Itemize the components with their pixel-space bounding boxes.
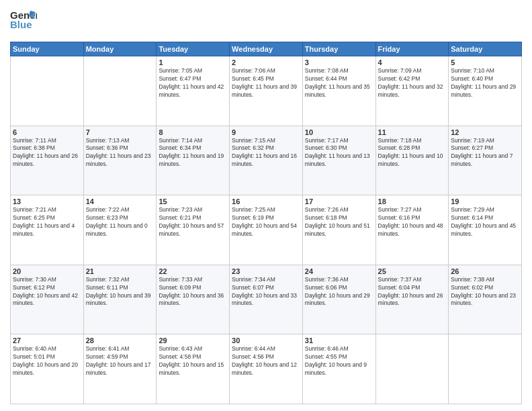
day-number: 10 (305, 128, 373, 136)
sunset-text: Sunset: 4:56 PM (232, 353, 274, 360)
sunset-text: Sunset: 6:32 PM (232, 144, 274, 151)
sunset-text: Sunset: 6:36 PM (86, 144, 128, 151)
sunrise-text: Sunrise: 7:32 AM (86, 276, 130, 283)
calendar-cell: 15 Sunrise: 7:23 AM Sunset: 6:21 PM Dayl… (157, 195, 230, 265)
sunrise-text: Sunrise: 7:22 AM (86, 206, 130, 213)
day-info: Sunrise: 6:41 AM Sunset: 4:59 PM Dayligh… (86, 345, 154, 377)
daylight-text: Daylight: 10 hours and 42 minutes. (13, 292, 78, 307)
daylight-text: Daylight: 11 hours and 19 minutes. (159, 152, 224, 167)
daylight-text: Daylight: 10 hours and 33 minutes. (232, 292, 297, 307)
day-info: Sunrise: 7:27 AM Sunset: 6:16 PM Dayligh… (378, 206, 447, 238)
day-info: Sunrise: 7:15 AM Sunset: 6:32 PM Dayligh… (232, 137, 300, 169)
calendar-cell: 17 Sunrise: 7:26 AM Sunset: 6:18 PM Dayl… (302, 195, 375, 265)
day-info: Sunrise: 7:14 AM Sunset: 6:34 PM Dayligh… (159, 137, 227, 169)
calendar-cell: 4 Sunrise: 7:09 AM Sunset: 6:42 PM Dayli… (375, 56, 449, 126)
calendar-cell: 7 Sunrise: 7:13 AM Sunset: 6:36 PM Dayli… (83, 126, 157, 195)
daylight-text: Daylight: 11 hours and 10 minutes. (378, 152, 443, 167)
sunset-text: Sunset: 6:45 PM (232, 75, 274, 82)
logo-icon: General Blue (10, 7, 37, 34)
sunrise-text: Sunrise: 7:05 AM (159, 67, 202, 74)
calendar-cell: 18 Sunrise: 7:27 AM Sunset: 6:16 PM Dayl… (375, 195, 449, 265)
day-number: 8 (159, 128, 227, 136)
calendar-cell: 31 Sunrise: 6:46 AM Sunset: 4:55 PM Dayl… (302, 334, 375, 404)
sunrise-text: Sunrise: 7:38 AM (451, 276, 494, 283)
calendar-cell: 20 Sunrise: 7:30 AM Sunset: 6:12 PM Dayl… (11, 265, 84, 334)
daylight-text: Daylight: 11 hours and 23 minutes. (86, 152, 151, 167)
day-number: 25 (378, 267, 447, 275)
sunset-text: Sunset: 6:06 PM (305, 284, 347, 291)
day-number: 26 (451, 267, 519, 275)
sunset-text: Sunset: 6:44 PM (305, 75, 347, 82)
sunset-text: Sunset: 6:21 PM (159, 214, 201, 221)
day-number: 11 (378, 128, 447, 136)
calendar-cell (11, 56, 84, 126)
sunset-text: Sunset: 5:01 PM (13, 353, 55, 360)
daylight-text: Daylight: 10 hours and 51 minutes. (305, 222, 370, 237)
calendar-cell: 10 Sunrise: 7:17 AM Sunset: 6:30 PM Dayl… (302, 126, 375, 195)
day-number: 2 (232, 58, 300, 66)
svg-text:Blue: Blue (10, 19, 32, 30)
day-info: Sunrise: 7:36 AM Sunset: 6:06 PM Dayligh… (305, 276, 373, 308)
day-number: 4 (378, 58, 447, 66)
calendar-week-row: 1 Sunrise: 7:05 AM Sunset: 6:47 PM Dayli… (11, 56, 522, 126)
daylight-text: Daylight: 10 hours and 15 minutes. (159, 361, 224, 376)
daylight-text: Daylight: 11 hours and 29 minutes. (451, 83, 516, 98)
calendar-cell: 13 Sunrise: 7:21 AM Sunset: 6:25 PM Dayl… (11, 195, 84, 265)
sunrise-text: Sunrise: 7:17 AM (305, 137, 349, 144)
daylight-text: Daylight: 10 hours and 23 minutes. (451, 292, 516, 307)
header-monday: Monday (83, 42, 157, 56)
daylight-text: Daylight: 11 hours and 16 minutes. (232, 152, 297, 167)
calendar-cell: 29 Sunrise: 6:43 AM Sunset: 4:58 PM Dayl… (157, 334, 230, 404)
sunrise-text: Sunrise: 7:25 AM (232, 206, 275, 213)
daylight-text: Daylight: 10 hours and 26 minutes. (378, 292, 443, 307)
daylight-text: Daylight: 11 hours and 13 minutes. (305, 152, 370, 167)
calendar-cell (375, 334, 449, 404)
sunset-text: Sunset: 6:40 PM (451, 75, 493, 82)
calendar-week-row: 13 Sunrise: 7:21 AM Sunset: 6:25 PM Dayl… (11, 195, 522, 265)
sunrise-text: Sunrise: 6:46 AM (305, 345, 349, 352)
header-wednesday: Wednesday (230, 42, 303, 56)
sunrise-text: Sunrise: 7:30 AM (13, 276, 56, 283)
sunrise-text: Sunrise: 7:08 AM (305, 67, 349, 74)
day-info: Sunrise: 7:21 AM Sunset: 6:25 PM Dayligh… (13, 206, 81, 238)
day-info: Sunrise: 7:25 AM Sunset: 6:19 PM Dayligh… (232, 206, 300, 238)
calendar-cell: 2 Sunrise: 7:06 AM Sunset: 6:45 PM Dayli… (230, 56, 303, 126)
daylight-text: Daylight: 10 hours and 45 minutes. (451, 222, 516, 237)
day-info: Sunrise: 7:33 AM Sunset: 6:09 PM Dayligh… (159, 276, 227, 308)
day-info: Sunrise: 7:19 AM Sunset: 6:27 PM Dayligh… (451, 137, 519, 169)
daylight-text: Daylight: 11 hours and 26 minutes. (13, 152, 78, 167)
day-number: 15 (159, 197, 227, 205)
calendar-cell: 14 Sunrise: 7:22 AM Sunset: 6:23 PM Dayl… (83, 195, 157, 265)
daylight-text: Daylight: 11 hours and 4 minutes. (13, 222, 75, 237)
daylight-text: Daylight: 11 hours and 42 minutes. (159, 83, 224, 98)
daylight-text: Daylight: 10 hours and 17 minutes. (86, 361, 151, 376)
sunrise-text: Sunrise: 7:26 AM (305, 206, 349, 213)
day-number: 7 (86, 128, 154, 136)
day-number: 21 (86, 267, 154, 275)
daylight-text: Daylight: 10 hours and 12 minutes. (232, 361, 297, 376)
day-number: 27 (13, 336, 81, 345)
calendar-week-row: 6 Sunrise: 7:11 AM Sunset: 6:38 PM Dayli… (11, 126, 522, 195)
header-saturday: Saturday (449, 42, 522, 56)
sunrise-text: Sunrise: 7:34 AM (232, 276, 275, 283)
day-number: 31 (305, 336, 373, 345)
calendar-cell: 28 Sunrise: 6:41 AM Sunset: 4:59 PM Dayl… (83, 334, 157, 404)
sunset-text: Sunset: 6:12 PM (13, 284, 55, 291)
daylight-text: Daylight: 10 hours and 57 minutes. (159, 222, 224, 237)
sunset-text: Sunset: 6:38 PM (13, 144, 55, 151)
day-info: Sunrise: 7:23 AM Sunset: 6:21 PM Dayligh… (159, 206, 227, 238)
sunset-text: Sunset: 6:34 PM (159, 144, 201, 151)
sunset-text: Sunset: 6:25 PM (13, 214, 55, 221)
sunrise-text: Sunrise: 7:23 AM (159, 206, 202, 213)
calendar-week-row: 20 Sunrise: 7:30 AM Sunset: 6:12 PM Dayl… (11, 265, 522, 334)
day-number: 18 (378, 197, 447, 205)
day-info: Sunrise: 7:09 AM Sunset: 6:42 PM Dayligh… (378, 67, 447, 99)
day-info: Sunrise: 6:43 AM Sunset: 4:58 PM Dayligh… (159, 345, 227, 377)
daylight-text: Daylight: 10 hours and 9 minutes. (305, 361, 367, 376)
sunset-text: Sunset: 6:47 PM (159, 75, 201, 82)
daylight-text: Daylight: 11 hours and 7 minutes. (451, 152, 513, 167)
day-info: Sunrise: 7:38 AM Sunset: 6:02 PM Dayligh… (451, 276, 519, 308)
sunset-text: Sunset: 6:09 PM (159, 284, 201, 291)
calendar-cell (449, 334, 522, 404)
day-number: 24 (305, 267, 373, 275)
